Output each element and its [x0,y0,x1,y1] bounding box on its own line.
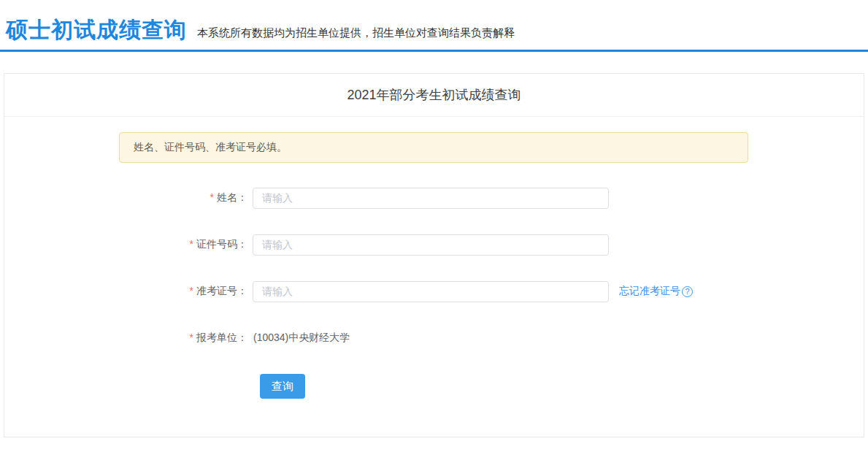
forgot-ticket-link[interactable]: 忘记准考证号 ? [619,285,693,298]
required-fields-notice: 姓名、证件号码、准考证号必填。 [119,132,748,163]
form-row-target-school: *报考单位： (10034)中央财经大学 [4,327,864,349]
query-card: 2021年部分考生初试成绩查询 姓名、证件号码、准考证号必填。 *姓名： *证件… [4,73,864,437]
admission-ticket-input[interactable] [253,281,609,302]
required-mark: * [210,191,214,203]
target-school-label: *报考单位： [4,332,247,345]
forgot-ticket-link-label: 忘记准考证号 [619,285,680,298]
question-circle-icon[interactable]: ? [682,286,693,297]
form-row-admission-ticket: *准考证号： 忘记准考证号 ? [4,280,864,302]
id-number-input[interactable] [253,234,609,256]
required-mark: * [190,285,193,296]
notice-text: 姓名、证件号码、准考证号必填。 [134,141,287,153]
header-divider [0,50,868,52]
page-title: 硕士初试成绩查询 [6,18,187,43]
page-header: 硕士初试成绩查询 本系统所有数据均为招生单位提供，招生单位对查询结果负责解释 [0,0,868,50]
form-row-id-number: *证件号码： [4,234,864,256]
query-button[interactable]: 查询 [260,374,305,399]
form-row-submit: 查询 [260,374,864,399]
name-input[interactable] [253,188,609,209]
target-school-value: (10034)中央财经大学 [253,332,350,345]
query-form: *姓名： *证件号码： *准考证号： 忘记准考证号 ? [4,187,864,399]
name-label: *姓名： [4,191,247,204]
form-row-name: *姓名： [4,187,864,209]
id-number-label: *证件号码： [4,238,247,251]
admission-ticket-label: *准考证号： [4,285,247,298]
required-mark: * [190,332,193,343]
card-title: 2021年部分考生初试成绩查询 [347,86,521,104]
card-title-bar: 2021年部分考生初试成绩查询 [4,74,864,117]
page-subtitle: 本系统所有数据均为招生单位提供，招生单位对查询结果负责解释 [197,26,515,42]
required-mark: * [190,238,193,250]
